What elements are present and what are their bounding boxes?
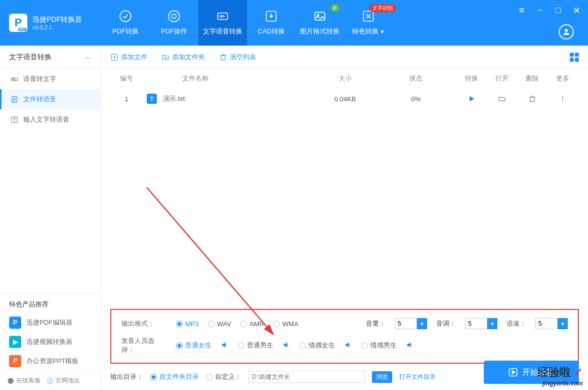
volume-label: 音量：	[366, 319, 386, 328]
recommend-video-converter[interactable]: ▶ 迅捷视频转换器	[0, 332, 101, 352]
recommend-ppt-template[interactable]: P 办公资源PPT模板	[0, 352, 101, 371]
sidebar-header[interactable]: 文字语音转换 ︿	[0, 46, 101, 69]
tab-pdf-operate[interactable]: PDF操作	[150, 0, 198, 46]
download-icon	[265, 10, 278, 23]
preview-sound-icon[interactable]	[221, 341, 229, 350]
svg-point-15	[562, 98, 563, 99]
add-folder-button[interactable]: 添加文件夹	[161, 53, 205, 62]
preview-sound-icon[interactable]	[406, 341, 414, 350]
row-play-button[interactable]	[456, 95, 487, 103]
svg-point-6	[317, 14, 319, 16]
recommend-label: 迅捷PDF编辑器	[26, 318, 72, 327]
row-delete-button[interactable]	[517, 95, 548, 103]
radio-voice-female[interactable]: 普通女生	[176, 341, 212, 350]
video-icon: ▶	[9, 336, 21, 348]
open-dir-button[interactable]: 打开文件目录	[399, 373, 436, 381]
tab-label: 特色转换	[352, 27, 379, 35]
tab-cad-convert[interactable]: CAD转换	[247, 0, 296, 46]
user-avatar[interactable]	[559, 24, 574, 40]
official-site-link[interactable]: 官网地址	[47, 376, 80, 385]
row-open-button[interactable]	[487, 95, 517, 103]
speed-input[interactable]	[535, 318, 558, 329]
sidebar: 文字语音转换 ︿ 语音转文字 文件转语音 输入文字转语音 特色产品推荐 P 迅捷…	[0, 46, 101, 390]
options-panel: 输出格式： MP3 WAV AMR WMA 音量： ▼ 音调： ▼ 语速： ▼ …	[110, 309, 579, 364]
view-grid-button[interactable]	[570, 53, 579, 62]
footer-label: 在线客服	[16, 376, 40, 385]
preview-sound-icon[interactable]	[344, 341, 352, 350]
col-size-label: 大小	[315, 74, 375, 83]
sidebar-item-audio-to-text[interactable]: 语音转文字	[0, 69, 101, 89]
window-controls: ≡ − □ ✕	[517, 5, 581, 16]
menu-button[interactable]: ≡	[517, 5, 526, 16]
volume-stepper[interactable]: ▼	[395, 318, 427, 329]
ppt-icon: P	[9, 355, 21, 367]
minimize-button[interactable]: −	[535, 5, 544, 16]
button-label: 添加文件	[121, 53, 147, 62]
row-size: 0.04KB	[315, 95, 375, 103]
tab-text-audio[interactable]: 文字语音转换	[198, 0, 247, 46]
spinner-down-icon[interactable]: ▼	[417, 318, 427, 329]
col-status-label: 状态	[375, 74, 456, 83]
radio-mp3[interactable]: MP3	[176, 320, 199, 328]
radio-custom-dir[interactable]: 自定义：	[206, 372, 241, 381]
add-file-button[interactable]: 添加文件	[110, 53, 147, 62]
sidebar-item-label: 文件转语音	[23, 95, 56, 104]
col-name-label: 文件名称	[142, 74, 315, 83]
sidebar-header-label: 文字语音转换	[9, 53, 52, 62]
speed-label: 语速：	[507, 319, 526, 328]
radio-voice-emo-male[interactable]: 情感男生	[361, 341, 397, 350]
text-file-icon: T	[147, 94, 157, 104]
row-more-button[interactable]	[548, 95, 578, 103]
svg-rect-5	[315, 12, 325, 20]
radio-voice-emo-female[interactable]: 情感女生	[300, 341, 335, 350]
output-label: 输出目录：	[110, 372, 143, 381]
table-row[interactable]: 1 T 演示.txt 0.04KB 0%	[101, 88, 588, 109]
online-service-link[interactable]: 在线客服	[7, 376, 40, 385]
maximize-button[interactable]: □	[554, 5, 563, 16]
pitch-stepper[interactable]: ▼	[465, 318, 497, 329]
tab-special-convert[interactable]: 文字识别 特色转换▼	[344, 0, 393, 46]
radio-wav[interactable]: WAV	[208, 320, 231, 328]
main-panel: 添加文件 添加文件夹 清空列表 编号 文件名称 大小 状态 转换 打开 删除 更…	[101, 46, 588, 390]
button-label: 清空列表	[230, 53, 256, 62]
speed-stepper[interactable]: ▼	[535, 318, 568, 329]
radio-amr[interactable]: AMR	[240, 320, 264, 328]
start-convert-button[interactable]: 开始转换	[484, 361, 579, 384]
footer-label: 官网地址	[56, 376, 80, 385]
logo-area: P 迅捷PDF转换器 v9.0.2.1	[0, 14, 101, 32]
preview-sound-icon[interactable]	[282, 341, 290, 350]
recommend-pdf-editor[interactable]: P 迅捷PDF编辑器	[0, 313, 101, 332]
app-version: v9.0.2.1	[32, 24, 82, 30]
audio-icon	[216, 10, 229, 23]
output-path-input[interactable]	[248, 371, 365, 383]
volume-input[interactable]	[395, 318, 417, 329]
spinner-down-icon[interactable]: ▼	[558, 318, 568, 329]
browse-button[interactable]: 浏览	[372, 371, 392, 383]
spinner-down-icon[interactable]: ▼	[487, 318, 497, 329]
sidebar-item-file-to-audio[interactable]: 文件转语音	[0, 89, 101, 109]
text-icon	[10, 115, 18, 124]
radio-voice-male[interactable]: 普通男生	[238, 341, 273, 350]
radio-wma[interactable]: WMA	[273, 320, 299, 328]
pitch-input[interactable]	[465, 318, 487, 329]
col-convert-label: 转换	[456, 74, 487, 83]
file-audio-icon	[10, 95, 18, 103]
svg-point-16	[562, 100, 563, 101]
clear-list-button[interactable]: 清空列表	[219, 53, 256, 62]
tab-image-convert[interactable]: 新 图片格式转换	[296, 0, 344, 46]
badge-new: 新	[330, 4, 340, 12]
tab-pdf-convert[interactable]: PDF转换	[101, 0, 150, 46]
close-button[interactable]: ✕	[572, 5, 581, 16]
radio-source-dir[interactable]: 原文件夹目录	[150, 372, 199, 381]
col-more-label: 更多	[548, 74, 578, 83]
wave-icon	[10, 75, 18, 83]
app-logo-icon: P	[9, 14, 27, 32]
sidebar-item-text-to-audio[interactable]: 输入文字转语音	[0, 109, 101, 130]
table-header: 编号 文件名称 大小 状态 转换 打开 删除 更多	[101, 69, 588, 88]
tab-label: CAD转换	[258, 27, 284, 36]
svg-rect-3	[218, 13, 228, 20]
pdf-editor-icon: P	[9, 317, 21, 329]
convert-icon	[119, 10, 132, 23]
col-num-label: 编号	[111, 74, 142, 83]
tab-label: 图片格式转换	[300, 27, 340, 36]
